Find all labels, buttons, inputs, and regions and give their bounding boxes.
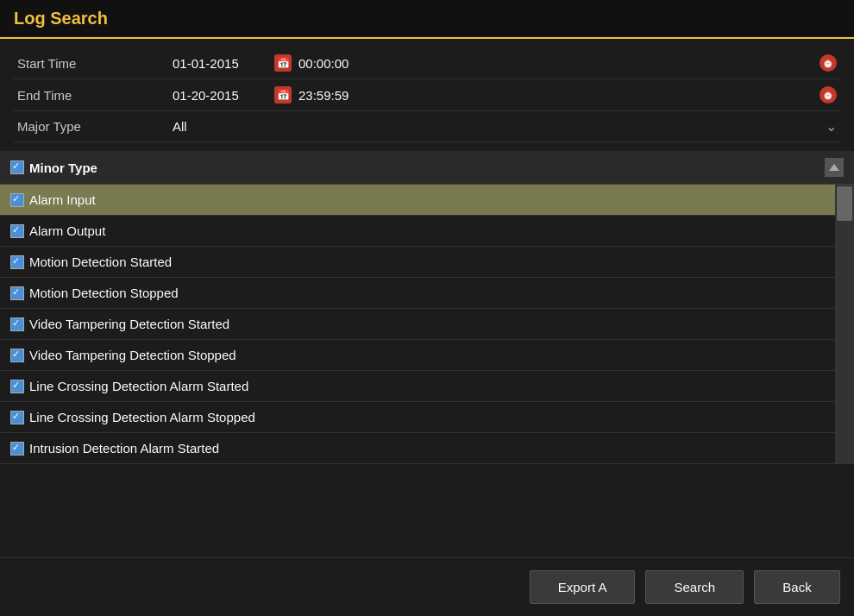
list-item[interactable]: Motion Detection Stopped	[0, 278, 835, 309]
list-item-label: Motion Detection Stopped	[29, 286, 179, 300]
list-item-checkbox[interactable]	[10, 193, 24, 207]
list-item-checkbox[interactable]	[10, 317, 24, 331]
list-item-label: Intrusion Detection Alarm Started	[29, 441, 219, 456]
list-with-scroll: Alarm InputAlarm OutputMotion Detection …	[0, 185, 854, 464]
page-title: Log Search	[14, 9, 108, 28]
minor-type-header-controls	[825, 158, 844, 177]
export-a-button[interactable]: Export A	[530, 570, 636, 604]
list-item-label: Motion Detection Started	[29, 255, 172, 269]
major-type-value: All	[173, 119, 826, 134]
start-time-label: Start Time	[17, 56, 173, 71]
list-item[interactable]: Line Crossing Detection Alarm Stopped	[0, 402, 835, 433]
major-type-label: Major Type	[17, 119, 173, 134]
minor-type-header: Minor Type	[0, 151, 854, 185]
list-item-checkbox[interactable]	[10, 349, 24, 362]
start-time-clock-icon[interactable]: ⏰	[819, 54, 837, 72]
list-item-label: Video Tampering Detection Stopped	[29, 348, 236, 362]
major-type-chevron-down-icon[interactable]: ⌄	[826, 118, 837, 135]
list-item-checkbox[interactable]	[10, 286, 24, 300]
list-item-checkbox[interactable]	[10, 380, 24, 393]
scroll-thumb[interactable]	[837, 186, 852, 221]
back-button[interactable]: Back	[754, 570, 840, 604]
minor-type-checkbox[interactable]	[10, 160, 24, 174]
scrollbar-right[interactable]	[835, 185, 854, 464]
start-time-text: 00:00:00	[298, 56, 367, 71]
end-time-row: End Time 01-20-2015 📅 23:59:59 ⏰	[14, 79, 840, 111]
form-area: Start Time 01-01-2015 📅 00:00:00 ⏰ End T…	[0, 39, 854, 151]
start-time-value: 01-01-2015 📅 00:00:00 ⏰	[173, 54, 837, 72]
minor-type-label: Minor Type	[29, 160, 825, 175]
list-items-column: Alarm InputAlarm OutputMotion Detection …	[0, 185, 835, 464]
search-button[interactable]: Search	[645, 570, 744, 604]
scrollbar-up-icon[interactable]	[825, 158, 844, 177]
log-search-container: Log Search Start Time 01-01-2015 📅 00:00…	[0, 0, 854, 616]
list-item-checkbox[interactable]	[10, 255, 24, 269]
end-time-label: End Time	[17, 88, 173, 103]
svg-marker-0	[829, 164, 839, 171]
list-item-label: Video Tampering Detection Started	[29, 317, 229, 331]
list-item[interactable]: Video Tampering Detection Stopped	[0, 340, 835, 371]
list-item[interactable]: Alarm Input	[0, 185, 835, 216]
start-date-text: 01-01-2015	[173, 56, 267, 71]
start-time-row: Start Time 01-01-2015 📅 00:00:00 ⏰	[14, 47, 840, 79]
bottom-bar: Export A Search Back	[0, 557, 854, 616]
list-item-checkbox[interactable]	[10, 411, 24, 424]
end-time-value: 01-20-2015 📅 23:59:59 ⏰	[173, 86, 837, 104]
end-time-text: 23:59:59	[298, 88, 367, 103]
list-item-checkbox[interactable]	[10, 224, 24, 238]
list-area: Alarm InputAlarm OutputMotion Detection …	[0, 185, 854, 557]
list-item[interactable]: Motion Detection Started	[0, 247, 835, 278]
list-item-label: Alarm Output	[29, 223, 105, 238]
list-item[interactable]: Line Crossing Detection Alarm Started	[0, 371, 835, 402]
list-item[interactable]: Video Tampering Detection Started	[0, 309, 835, 340]
list-item-label: Alarm Input	[29, 192, 96, 207]
list-item-checkbox[interactable]	[10, 442, 24, 456]
major-type-row: Major Type All ⌄	[14, 111, 840, 142]
end-date-calendar-icon[interactable]: 📅	[274, 86, 292, 104]
list-item-label: Line Crossing Detection Alarm Started	[29, 379, 248, 393]
list-item-label: Line Crossing Detection Alarm Stopped	[29, 410, 255, 424]
title-bar: Log Search	[0, 0, 854, 39]
end-date-text: 01-20-2015	[173, 88, 267, 103]
end-time-clock-icon[interactable]: ⏰	[819, 86, 837, 104]
start-date-calendar-icon[interactable]: 📅	[274, 54, 292, 72]
list-item[interactable]: Alarm Output	[0, 216, 835, 247]
list-item[interactable]: Intrusion Detection Alarm Started	[0, 433, 835, 464]
